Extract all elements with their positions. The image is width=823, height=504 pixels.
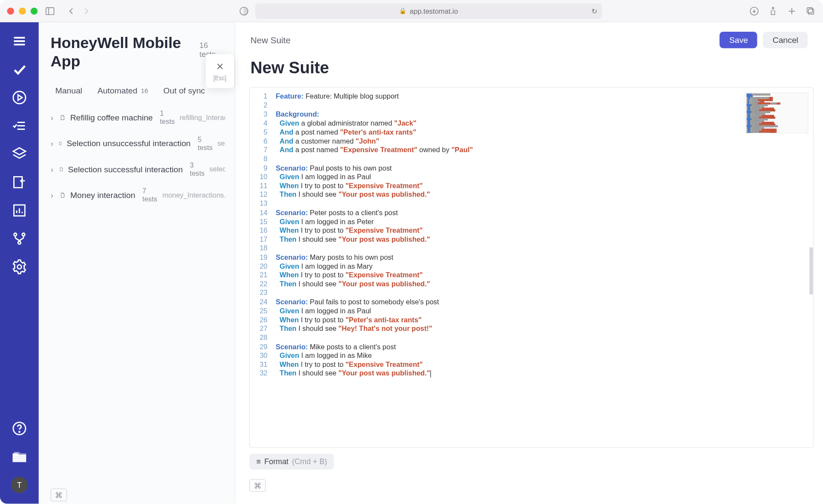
sidebar-toggle-icon[interactable] [45,6,55,16]
code-line[interactable]: 27 Then I should see "Hey! That's not yo… [250,324,813,333]
code-line[interactable]: 1Feature: Feature: Multiple blog support [250,92,813,101]
line-number: 5 [250,128,276,137]
keyboard-shortcut-button[interactable]: ⌘ [249,479,265,492]
suite-folder-item[interactable]: › Refillig coffee machine 1 tests refill… [47,105,229,130]
code-line[interactable]: 23 [250,289,813,298]
download-icon[interactable] [749,6,760,16]
line-content: Scenario: Peter posts to a client's post [276,208,398,217]
code-line[interactable]: 8 [250,155,813,164]
code-line[interactable]: 22 Then I should see "Your post was publ… [250,280,813,289]
code-line[interactable]: 9Scenario: Paul posts to his own post [250,164,813,173]
code-line[interactable]: 26 When I try to post to "Peter's anti-t… [250,316,813,325]
address-bar[interactable]: 🔒 app.testomat.io ↻ [255,3,602,19]
code-line[interactable]: 24Scenario: Paul fails to post to somebo… [250,298,813,307]
user-avatar[interactable]: T [11,477,27,493]
format-button[interactable]: ≡ Format (Cmd + B) [249,454,334,470]
code-line[interactable]: 32 Then I should see "Your post was publ… [250,369,813,378]
test-type-tabs: Manual Automated16 Out of sync [39,74,235,102]
tab-manual[interactable]: Manual [55,86,82,95]
line-number: 8 [250,155,276,164]
code-line[interactable]: 21 When I try to post to "Expensive Trea… [250,271,813,280]
menu-icon[interactable] [11,33,27,49]
code-line[interactable]: 13 [250,200,813,209]
tab-automated[interactable]: Automated16 [98,86,148,95]
chevron-right-icon: › [51,113,55,122]
line-content: And a post named "Peter's anti-tax rants… [276,128,416,137]
suite-folder-item[interactable]: › Selection unsuccessful interaction 5 t… [47,130,229,156]
maximize-window-icon[interactable] [30,7,37,14]
code-line[interactable]: 7 And a post named "Expensive Treatment"… [250,146,813,155]
line-content: Scenario: Mary posts to his own post [276,253,393,262]
analytics-icon[interactable] [11,202,27,219]
code-editor[interactable]: 1Feature: Feature: Multiple blog support… [249,87,814,448]
code-line[interactable]: 11 When I try to post to "Expensive Trea… [250,182,813,191]
code-line[interactable]: 10 Given I am logged in as Paul [250,173,813,182]
suite-folder-list: › Refillig coffee machine 1 tests refill… [39,102,235,208]
line-number: 15 [250,217,276,226]
close-window-icon[interactable] [7,7,14,14]
checklist-icon[interactable] [11,117,27,134]
keyboard-shortcut-button[interactable]: ⌘ [51,489,67,501]
cancel-button[interactable]: Cancel [763,32,808,48]
code-line[interactable]: 4 Given a global administrator named "Ja… [250,119,813,128]
check-icon[interactable] [11,61,27,78]
save-button[interactable]: Save [720,32,757,48]
tab-out-of-sync[interactable]: Out of sync [163,86,205,95]
code-line[interactable]: 29Scenario: Mike posts to a client's pos… [250,342,813,351]
cursor [430,370,430,377]
line-number: 19 [250,253,276,262]
nav-back-icon[interactable] [66,6,77,16]
line-number: 17 [250,235,276,244]
code-line[interactable]: 31 When I try to post to "Expensive Trea… [250,360,813,369]
svg-marker-12 [18,95,22,100]
code-line[interactable]: 2 [250,101,813,110]
code-line[interactable]: 5 And a post named "Peter's anti-tax ran… [250,128,813,137]
line-number: 16 [250,226,276,235]
close-editor-button[interactable]: ✕ [Esc] [206,54,234,88]
scrollbar-marker[interactable] [809,247,813,294]
editor-title: New Suite [235,57,823,87]
code-line[interactable]: 14Scenario: Peter posts to a client's po… [250,208,813,217]
code-line[interactable]: 18 [250,244,813,253]
code-line[interactable]: 6 And a customer named "John" [250,137,813,146]
branch-icon[interactable] [11,231,27,247]
share-icon[interactable] [768,6,778,16]
code-line[interactable]: 19Scenario: Mary posts to his own post [250,253,813,262]
shield-icon[interactable] [239,6,249,16]
play-icon[interactable] [11,89,27,105]
line-number: 7 [250,146,276,155]
svg-point-22 [22,233,25,236]
folders-icon[interactable] [11,448,27,465]
reload-icon[interactable]: ↻ [592,7,598,15]
line-number: 4 [250,119,276,128]
line-content: Then I should see "Your post was publish… [276,191,430,200]
folder-name: Selection unsuccessful interaction [67,139,191,148]
line-content: Given I am logged in as Paul [276,307,371,316]
project-title: HoneyWell Mobile App [51,34,194,71]
code-line[interactable]: 28 [250,333,813,342]
code-line[interactable]: 17 Then I should see "Your post was publ… [250,235,813,244]
code-line[interactable]: 15 Given I am logged in as Peter [250,217,813,226]
line-number: 25 [250,307,276,316]
code-line[interactable]: 3Background: [250,110,813,119]
chevron-right-icon: › [51,190,55,200]
import-icon[interactable] [11,174,27,190]
suite-folder-item[interactable]: › Money interaction 7 tests money_Intera… [47,182,229,208]
minimize-window-icon[interactable] [19,7,26,14]
code-line[interactable]: 30 Given I am logged in as Mike [250,351,813,360]
new-tab-icon[interactable] [787,6,797,16]
code-line[interactable]: 16 When I try to post to "Expensive Trea… [250,226,813,235]
tabs-overview-icon[interactable] [805,6,816,16]
code-line[interactable]: 20 Given I am logged in as Mary [250,262,813,271]
suite-folder-item[interactable]: › Selection successful interaction 3 tes… [47,156,229,182]
code-line[interactable]: 12 Then I should see "Your post was publ… [250,191,813,200]
settings-icon[interactable] [11,258,27,275]
minimap[interactable]: ████████████████████████████████████████… [745,92,808,133]
nav-forward-icon[interactable] [81,6,92,16]
help-icon[interactable] [11,420,27,437]
layers-icon[interactable] [11,146,27,162]
svg-point-11 [13,91,26,104]
line-number: 29 [250,342,276,351]
code-line[interactable]: 25 Given I am logged in as Paul [250,307,813,316]
line-number: 9 [250,164,276,173]
